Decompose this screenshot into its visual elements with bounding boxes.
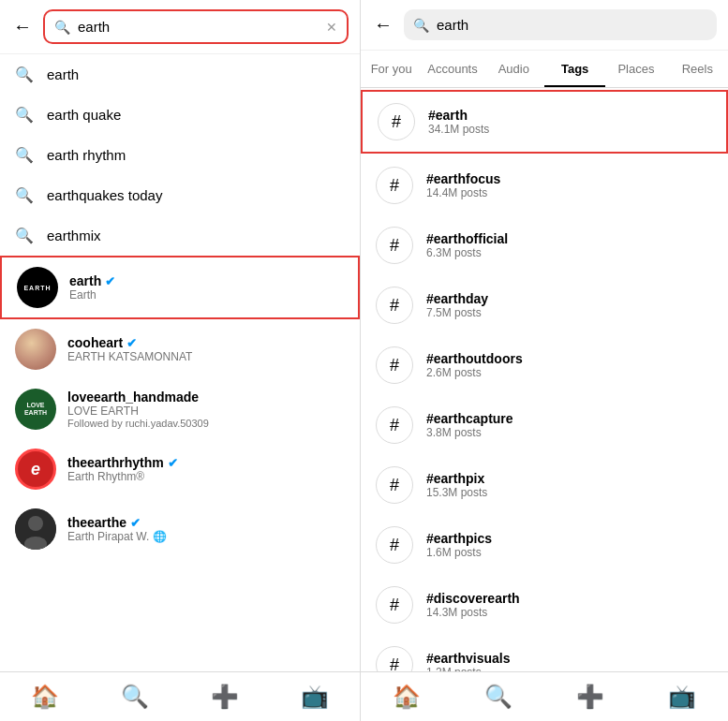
right-search-input[interactable]: earth <box>437 17 468 33</box>
tag-name-earthday: #earthday <box>426 291 713 306</box>
tag-earthpics[interactable]: # #earthpics 1.6M posts <box>361 515 728 575</box>
account-name-loveearth: loveearth_handmade <box>67 390 345 405</box>
tag-info-earthfocus: #earthfocus 14.4M posts <box>426 171 713 199</box>
tab-places[interactable]: Places <box>605 51 666 87</box>
reels-icon[interactable]: 📺 <box>301 684 329 710</box>
suggestion-earthrhythm[interactable]: 🔍 earth rhythm <box>0 135 360 175</box>
left-panel: ← 🔍 earth ✕ 🔍 earth 🔍 earth quake 🔍 eart… <box>0 0 361 721</box>
verified-badge: ✔ <box>126 336 137 350</box>
hashtag-symbol: # <box>376 227 413 264</box>
account-info-loveearth: loveearth_handmade LOVE EARTH Followed b… <box>67 390 345 429</box>
tag-posts-earthfocus: 14.4M posts <box>426 186 713 199</box>
search-suggestion-icon: 🔍 <box>15 146 34 164</box>
tag-earthfocus[interactable]: # #earthfocus 14.4M posts <box>361 155 728 215</box>
followed-by-loveearth: Followed by ruchi.yadav.50309 <box>67 418 345 429</box>
tag-name-earth: #earth <box>428 108 711 123</box>
tag-info-earthpics: #earthpics 1.6M posts <box>426 531 713 559</box>
account-loveearth[interactable]: LOVE EARTH loveearth_handmade LOVE EARTH… <box>0 379 360 439</box>
hashtag-symbol: # <box>376 346 413 384</box>
tag-earthoutdoors[interactable]: # #earthoutdoors 2.6M posts <box>361 335 728 395</box>
tab-audio[interactable]: Audio <box>483 51 544 87</box>
left-header: ← 🔍 earth ✕ <box>0 0 360 54</box>
right-search-box[interactable]: 🔍 earth <box>404 9 717 40</box>
hashtag-symbol: # <box>376 287 413 324</box>
right-search-icon: 🔍 <box>413 18 429 33</box>
suggestion-text: earthquakes today <box>47 187 162 203</box>
account-subtitle-theearthrhythm: Earth Rhythm® <box>67 470 345 483</box>
right-reels-icon[interactable]: 📺 <box>668 684 696 710</box>
tab-for-you[interactable]: For you <box>361 51 422 87</box>
tag-earth[interactable]: # #earth 34.1M posts <box>361 90 728 154</box>
tag-discoverearth[interactable]: # #discoverearth 14.3M posts <box>361 575 728 635</box>
left-bottom-nav: 🏠 🔍 ➕ 📺 <box>0 671 360 721</box>
clear-search-button[interactable]: ✕ <box>326 20 337 35</box>
tag-name-earthpix: #earthpix <box>426 471 713 486</box>
create-icon[interactable]: ➕ <box>211 684 239 710</box>
verified-badge: ✔ <box>130 516 141 530</box>
tag-name-earthpics: #earthpics <box>426 531 713 546</box>
left-back-button[interactable]: ← <box>11 16 34 37</box>
search-icon: 🔍 <box>54 20 70 35</box>
left-search-box[interactable]: 🔍 earth ✕ <box>43 9 349 44</box>
tag-earthcapture[interactable]: # #earthcapture 3.8M posts <box>361 395 728 455</box>
tag-posts-earthpix: 15.3M posts <box>426 486 713 499</box>
hashtag-symbol: # <box>378 103 415 140</box>
tab-tags[interactable]: Tags <box>544 51 605 87</box>
right-create-icon[interactable]: ➕ <box>576 684 604 710</box>
tag-info-earthofficial: #earthofficial 6.3M posts <box>426 231 713 259</box>
account-subtitle-earth: Earth <box>69 288 343 302</box>
left-search-input[interactable]: earth <box>78 19 319 35</box>
tab-accounts[interactable]: Accounts <box>422 51 483 87</box>
account-name-earth: earth ✔ <box>69 273 343 288</box>
suggestion-text: earth quake <box>47 107 121 123</box>
account-cooheart[interactable]: cooheart ✔ EARTH KATSAMONNAT <box>0 319 360 379</box>
right-home-icon[interactable]: 🏠 <box>393 684 421 710</box>
home-icon[interactable]: 🏠 <box>31 684 59 710</box>
suggestion-earthquake[interactable]: 🔍 earth quake <box>0 95 360 135</box>
avatar-cooheart <box>15 329 56 370</box>
avatar-loveearth: LOVE EARTH <box>15 389 56 430</box>
account-name-cooheart: cooheart ✔ <box>67 335 345 350</box>
suggestion-text: earth <box>47 66 79 82</box>
right-panel: ← 🔍 earth For you Accounts Audio Tags Pl… <box>361 0 728 721</box>
account-info-cooheart: cooheart ✔ EARTH KATSAMONNAT <box>67 335 345 363</box>
account-name-theearthe: theearthe ✔ <box>67 515 345 530</box>
right-search-nav-icon[interactable]: 🔍 <box>484 684 513 710</box>
tag-earthday[interactable]: # #earthday 7.5M posts <box>361 275 728 335</box>
tag-name-earthvisuals: #earthvisuals <box>426 651 713 666</box>
tag-info-earthvisuals: #earthvisuals 1.2M posts <box>426 651 713 671</box>
hashtag-symbol: # <box>376 646 413 671</box>
tabs-row: For you Accounts Audio Tags Places Reels <box>361 51 728 88</box>
tag-earthofficial[interactable]: # #earthofficial 6.3M posts <box>361 215 728 275</box>
suggestion-earthmix[interactable]: 🔍 earthmix <box>0 215 360 256</box>
account-info-theearthrhythm: theearthrhythm ✔ Earth Rhythm® <box>67 455 345 483</box>
right-bottom-nav: 🏠 🔍 ➕ 📺 <box>361 671 728 721</box>
tag-earthpix[interactable]: # #earthpix 15.3M posts <box>361 455 728 515</box>
tag-name-earthoutdoors: #earthoutdoors <box>426 351 713 366</box>
tag-info-earthcapture: #earthcapture 3.8M posts <box>426 411 713 439</box>
search-suggestion-icon: 🔍 <box>15 66 34 83</box>
tag-posts-earthday: 7.5M posts <box>426 306 713 319</box>
hashtag-symbol: # <box>376 167 413 204</box>
suggestion-earth[interactable]: 🔍 earth <box>0 54 360 95</box>
search-nav-icon[interactable]: 🔍 <box>121 684 149 710</box>
hashtag-symbol: # <box>376 586 413 624</box>
search-suggestion-icon: 🔍 <box>15 106 34 124</box>
tag-name-earthofficial: #earthofficial <box>426 231 713 246</box>
tag-posts-earthpics: 1.6M posts <box>426 546 713 559</box>
verified-badge: ✔ <box>105 274 115 288</box>
account-theearthrhythm[interactable]: e theearthrhythm ✔ Earth Rhythm® <box>0 439 360 499</box>
tab-reels[interactable]: Reels <box>667 51 728 87</box>
tag-info-earthday: #earthday 7.5M posts <box>426 291 713 319</box>
right-back-button[interactable]: ← <box>372 14 394 36</box>
account-subtitle-theearthe: Earth Pirapat W. 🌐 <box>67 530 345 543</box>
account-theearthe[interactable]: theearthe ✔ Earth Pirapat W. 🌐 <box>0 499 360 559</box>
account-earth[interactable]: EARTH earth ✔ Earth <box>0 256 360 319</box>
avatar-earth: EARTH <box>17 267 58 308</box>
account-subtitle-loveearth: LOVE EARTH <box>67 405 345 418</box>
tag-posts-discoverearth: 14.3M posts <box>426 606 713 619</box>
suggestion-earthquakestoday[interactable]: 🔍 earthquakes today <box>0 175 360 215</box>
avatar-theearthe <box>15 508 56 550</box>
tag-earthvisuals[interactable]: # #earthvisuals 1.2M posts <box>361 635 728 671</box>
tag-info-earthpix: #earthpix 15.3M posts <box>426 471 713 499</box>
